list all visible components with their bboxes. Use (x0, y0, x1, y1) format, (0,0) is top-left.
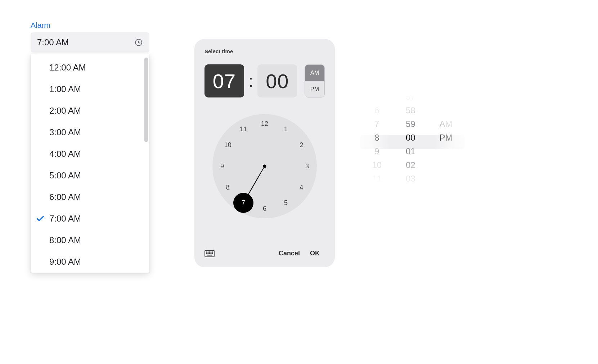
pm-button[interactable]: PM (305, 81, 324, 97)
dropdown-item-label: 5:00 AM (49, 170, 81, 181)
clock-icon (134, 38, 143, 47)
wheel-item[interactable]: 03 (406, 172, 415, 186)
dropdown-item-label: 8:00 AM (49, 235, 81, 245)
wheel-minutes[interactable]: 5758590001020304 (406, 86, 415, 198)
wheel-item[interactable]: 59 (406, 117, 415, 131)
svg-point-11 (212, 253, 213, 254)
dropdown-item-label: 1:00 AM (49, 84, 81, 94)
wheel-hours[interactable]: 56789101112 (372, 86, 382, 198)
svg-point-6 (212, 252, 213, 252)
wheel-item[interactable]: 58 (406, 104, 415, 117)
scrollbar[interactable] (144, 58, 148, 142)
time-display-row: 07 : 00 AM PM (204, 64, 325, 97)
wheel-item[interactable]: 57 (406, 90, 415, 104)
cancel-button[interactable]: Cancel (274, 247, 305, 260)
ampm-toggle: AM PM (305, 64, 325, 97)
svg-point-8 (208, 253, 208, 254)
clock-number[interactable]: 3 (302, 161, 312, 171)
dropdown-item-label: 6:00 AM (49, 192, 81, 202)
svg-point-7 (206, 253, 207, 254)
dropdown-item-label: 7:00 AM (49, 214, 81, 224)
alarm-field[interactable]: 7:00 AM (31, 32, 149, 53)
dropdown-item[interactable]: 9:00 AM (31, 251, 149, 273)
dropdown-item[interactable]: 6:00 AM (31, 186, 149, 208)
wheel-period[interactable]: AMPM (440, 86, 453, 145)
check-icon (36, 214, 45, 223)
clock-number[interactable]: 2 (296, 140, 306, 150)
dropdown-item[interactable]: 5:00 AM (31, 165, 149, 186)
clock-number[interactable]: 6 (260, 204, 270, 214)
wheel-item[interactable]: 01 (406, 145, 415, 158)
dropdown-item-label: 2:00 AM (49, 106, 81, 116)
svg-point-5 (211, 252, 211, 252)
dropdown-item-label: 12:00 AM (49, 63, 86, 73)
wheel-picker[interactable]: 567891011125758590001020304AMPM (360, 86, 464, 198)
dropdown-item[interactable]: 4:00 AM (31, 143, 149, 165)
dropdown-item-label: 4:00 AM (49, 149, 81, 159)
dialog-title: Select time (204, 48, 325, 54)
clock-thumb[interactable]: 7 (233, 193, 253, 213)
alarm-dropdown: 12:00 AM1:00 AM2:00 AM3:00 AM4:00 AM5:00… (31, 54, 149, 273)
dropdown-item-label: 3:00 AM (49, 127, 81, 137)
alarm-field-value: 7:00 AM (37, 37, 69, 47)
dropdown-item[interactable]: 8:00 AM (31, 229, 149, 251)
dropdown-item-label: 9:00 AM (49, 257, 81, 267)
time-colon: : (248, 71, 254, 91)
wheel-item[interactable]: 5 (374, 90, 379, 104)
clock-number[interactable]: 8 (223, 182, 233, 192)
wheel-item[interactable]: 6 (374, 104, 379, 117)
minute-box[interactable]: 00 (257, 64, 297, 97)
clock-number[interactable]: 5 (281, 198, 291, 208)
dropdown-item[interactable]: 12:00 AM (31, 57, 149, 78)
alarm-label: Alarm (31, 21, 149, 29)
wheel-item[interactable]: 04 (406, 186, 415, 198)
clock-center (263, 165, 266, 168)
clock-number[interactable]: 12 (260, 119, 270, 129)
svg-point-9 (209, 253, 210, 254)
keyboard-icon[interactable] (204, 250, 215, 257)
wheel-item[interactable]: 10 (372, 158, 382, 172)
dropdown-item[interactable]: 3:00 AM (31, 122, 149, 143)
wheel-item[interactable]: 8 (374, 131, 379, 145)
clock-number[interactable]: 1 (281, 124, 291, 135)
dropdown-item[interactable]: 2:00 AM (31, 100, 149, 122)
dialog-actions: Cancel OK (204, 247, 325, 260)
svg-point-3 (208, 252, 208, 252)
time-picker-dialog: Select time 07 : 00 AM PM 12123456891011… (194, 39, 335, 267)
svg-point-4 (209, 252, 210, 252)
am-button[interactable]: AM (305, 65, 324, 81)
hour-box[interactable]: 07 (204, 64, 244, 97)
wheel-item[interactable]: 02 (406, 158, 415, 172)
clock-face[interactable]: 121234568910117 (212, 114, 317, 218)
svg-point-10 (211, 253, 211, 254)
wheel-item[interactable]: 9 (374, 145, 379, 158)
clock-number[interactable]: 11 (238, 124, 248, 135)
clock-number[interactable]: 10 (223, 140, 233, 150)
alarm-picker: Alarm 7:00 AM 12:00 AM1:00 AM2:00 AM3:00… (31, 21, 149, 273)
clock-number[interactable]: 9 (217, 161, 227, 171)
wheel-item[interactable]: 12 (372, 186, 382, 198)
svg-point-2 (206, 252, 207, 252)
wheel-item[interactable]: AM (440, 117, 453, 131)
wheel-item[interactable]: 00 (406, 131, 415, 145)
clock-number[interactable]: 4 (296, 182, 306, 192)
wheel-item[interactable]: PM (440, 131, 453, 145)
dropdown-item[interactable]: 1:00 AM (31, 78, 149, 100)
dropdown-item[interactable]: 7:00 AM (31, 208, 149, 229)
ok-button[interactable]: OK (305, 247, 325, 260)
wheel-item[interactable]: 11 (372, 172, 382, 186)
wheel-item[interactable]: 7 (374, 117, 379, 131)
